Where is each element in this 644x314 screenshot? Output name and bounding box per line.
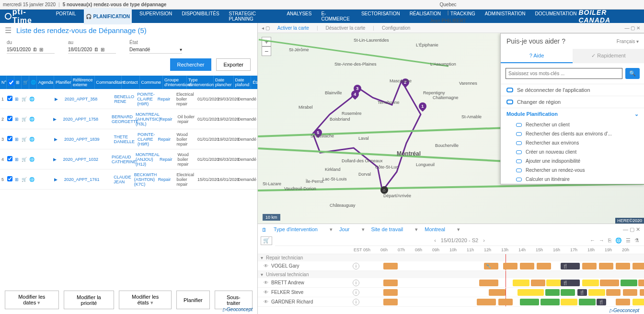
gantt-task[interactable] <box>531 280 545 286</box>
expand-icon[interactable]: ⊞ <box>13 176 20 183</box>
gantt-filter-type[interactable]: Type d'intervention <box>274 226 333 233</box>
gantt-task[interactable]: 🔧 <box>484 263 498 269</box>
nav-documentation[interactable]: DOCUMENTATION <box>533 8 579 24</box>
play-icon[interactable]: ▶ <box>48 156 61 163</box>
grid-header[interactable]: Commanditaire <box>95 76 122 89</box>
grid-header[interactable]: Contact <box>122 76 140 89</box>
zoom-out-button[interactable]: − <box>262 46 271 56</box>
help-lang-select[interactable]: Français ▾ <box>617 39 639 44</box>
globe-icon[interactable]: 🌐 <box>28 95 35 103</box>
play-icon[interactable]: ▶ <box>48 115 61 123</box>
help-search-button[interactable]: 🔍 <box>625 68 640 79</box>
table-row[interactable]: 3 ⊞ 🛒 🌐 ▶ 2020_APPT_1839 THETE DANIELLE … <box>0 129 257 149</box>
gantt-task[interactable] <box>599 263 613 269</box>
resource-name[interactable]: VOGEL Gary <box>271 263 299 269</box>
filter-from-input[interactable]: 15/01/2020🗓⊞ <box>7 46 55 54</box>
row-checkbox[interactable] <box>7 156 12 161</box>
gantt-task[interactable] <box>489 289 506 296</box>
gantt-filter-site[interactable]: Site de travail <box>371 226 418 233</box>
grid-header[interactable]: N° <box>0 76 7 89</box>
globe-icon[interactable]: 🌐 <box>28 115 35 123</box>
help-subitem[interactable]: Rechercher un rendez-vous <box>501 166 644 175</box>
map-marker-depot[interactable]: ⌂ <box>379 185 390 196</box>
grid-header[interactable]: Référence externe <box>71 76 95 89</box>
gantt-task[interactable] <box>383 280 398 286</box>
calendar-icon[interactable]: 🗓 <box>262 227 267 233</box>
gantt-task[interactable]: 🍴 <box>561 280 580 286</box>
info-icon[interactable]: i <box>353 263 359 269</box>
table-row[interactable]: 1 ⊞ 🛒 🌐 ▶ 2020_APPT_358 BENELLO RENE POI… <box>0 89 257 109</box>
gantt-globe-icon[interactable]: 🌐 <box>615 237 622 244</box>
info-icon[interactable]: i <box>353 280 359 286</box>
gantt-task[interactable] <box>640 289 644 296</box>
row-checkbox[interactable] <box>7 96 12 101</box>
expand-icon[interactable]: ⊞ <box>13 115 20 123</box>
map-marker-5[interactable]: 5 <box>313 127 324 138</box>
gantt-group-universal[interactable]: ▾ Universal technician <box>258 271 644 278</box>
gantt-task[interactable] <box>498 299 513 305</box>
eye-icon[interactable]: 👁 <box>264 280 268 285</box>
gantt-task[interactable] <box>383 289 398 296</box>
window-controls[interactable]: — ▢ ✕ <box>624 25 640 31</box>
export-button[interactable]: Exporter <box>216 58 251 71</box>
gantt-task[interactable] <box>561 289 575 296</box>
row-checkbox[interactable] <box>7 136 12 141</box>
gantt-task[interactable] <box>561 299 577 305</box>
gantt-task[interactable] <box>477 299 496 305</box>
gantt-task[interactable] <box>540 299 560 305</box>
gantt-list-icon[interactable]: ☰ <box>626 237 631 244</box>
region-value[interactable]: Quebec <box>439 2 456 7</box>
modify-states-button[interactable]: Modifier les états <box>119 291 172 309</box>
cart-icon[interactable]: 🛒 <box>261 236 272 245</box>
globe-icon[interactable]: 🌐 <box>28 156 35 163</box>
info-icon[interactable]: i <box>353 299 359 305</box>
help-tab-aide[interactable]: ? Aide <box>501 49 573 63</box>
gantt-fwd-icon[interactable]: → <box>599 237 604 244</box>
cart-icon[interactable]: 🛒 <box>20 156 28 163</box>
map-config-link[interactable]: Configuration <box>382 25 410 31</box>
globe-icon[interactable]: 🌐 <box>28 176 35 183</box>
gantt-task[interactable] <box>588 289 605 296</box>
gantt-task[interactable] <box>621 280 637 286</box>
calendar-icon[interactable]: 🗓 <box>94 47 99 52</box>
nav-analyses[interactable]: ANALYSES <box>285 8 313 24</box>
gantt-task[interactable] <box>579 299 596 305</box>
row-checkbox[interactable] <box>7 116 12 121</box>
eye-icon[interactable]: 👁 <box>264 263 268 269</box>
map-marker-2[interactable]: 2 <box>400 77 411 88</box>
gantt-filter-city[interactable]: Montreal <box>425 226 460 233</box>
filter-to-input[interactable]: 18/01/2020🗓⊞ <box>68 46 116 54</box>
gantt-task[interactable] <box>606 289 621 296</box>
app-logo[interactable]: pti-Time <box>4 8 46 25</box>
gantt-task[interactable] <box>383 299 398 305</box>
grid-header[interactable]: Agenda <box>37 76 54 89</box>
help-subitem[interactable]: Rechercher aux environs <box>501 138 644 147</box>
grid-header[interactable]: 🌐 <box>29 76 37 89</box>
help-search-input[interactable] <box>506 68 622 79</box>
grid-header[interactable]: Groupe d'interventions <box>163 76 187 89</box>
modify-priority-button[interactable]: Modifier la priorité <box>64 291 115 309</box>
cart-icon[interactable]: 🛒 <box>20 115 28 123</box>
gantt-group-repair[interactable]: ▾ Repair technician <box>258 254 644 261</box>
gantt-task[interactable] <box>638 280 644 286</box>
gantt-task[interactable] <box>546 280 561 286</box>
gantt-task[interactable] <box>600 280 619 286</box>
gantt-copy-icon[interactable]: ⎘ <box>608 237 611 244</box>
table-row[interactable]: 5 ⊞ 🛒 🌐 ▶ 2020_APPT_1761 CLAUDE JEAN BEC… <box>0 169 257 190</box>
nav-disponibilités[interactable]: DISPONIBILITÉS <box>180 8 221 24</box>
search-button[interactable]: Rechercher <box>170 58 212 71</box>
gantt-task[interactable] <box>479 280 498 286</box>
cart-icon[interactable]: 🛒 <box>20 95 28 103</box>
gantt-task[interactable] <box>616 263 630 269</box>
gantt-task[interactable]: 🍴 <box>577 289 587 296</box>
table-row[interactable]: 2 ⊞ 🛒 🌐 ▶ 2020_APPT_1758 BERNARD GEORGET… <box>0 109 257 129</box>
gantt-task[interactable] <box>582 280 599 286</box>
globe-icon[interactable]: 🌐 <box>28 135 35 143</box>
expand-icon[interactable]: ⊞ <box>13 135 20 143</box>
grid-header[interactable]: Date plancher <box>214 76 234 89</box>
play-icon[interactable]: ▶ <box>49 95 63 103</box>
nav-administration[interactable]: ADMINISTRATION <box>483 8 528 24</box>
help-subitem[interactable]: Calculer un itinéraire <box>501 175 644 184</box>
nav-supervision[interactable]: SUPERVISION <box>138 8 174 24</box>
resource-name[interactable]: GARDNER Richard <box>271 299 313 304</box>
